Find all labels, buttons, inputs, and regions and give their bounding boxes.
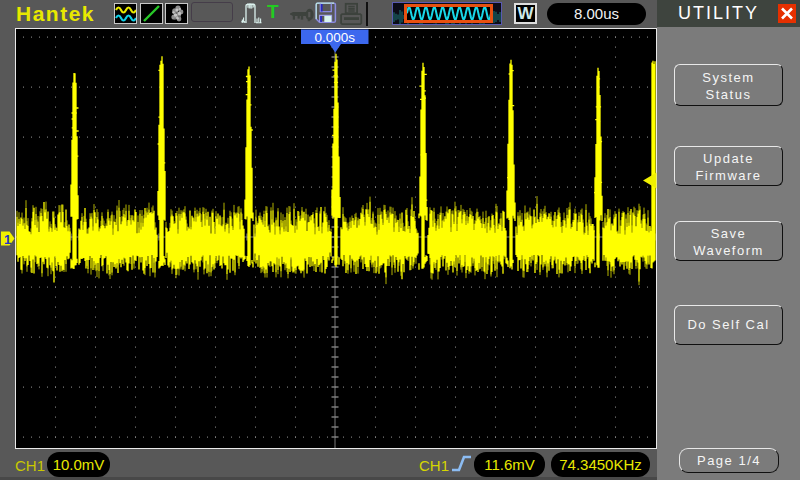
svg-text:1: 1	[4, 232, 11, 247]
svg-text:0.000s: 0.000s	[314, 30, 355, 45]
